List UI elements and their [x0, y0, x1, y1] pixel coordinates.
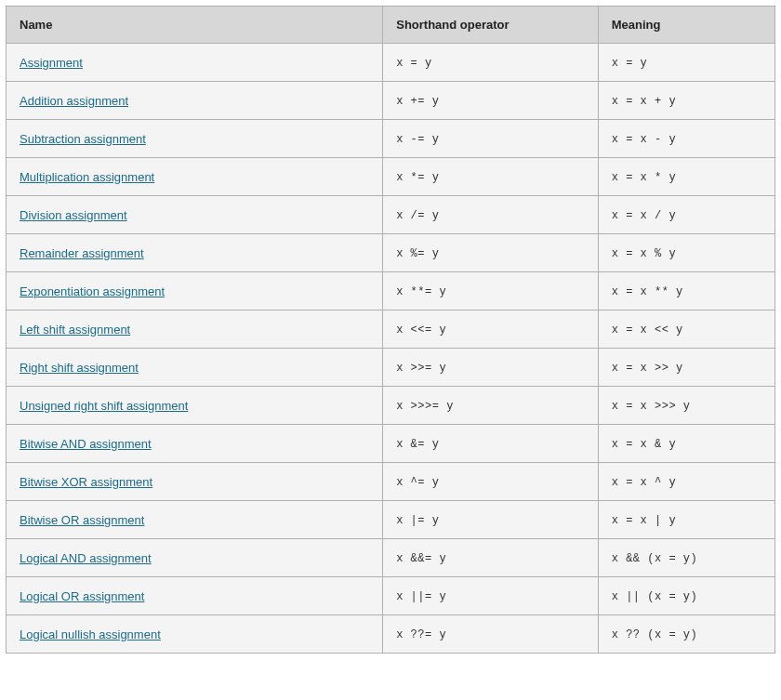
cell-shorthand: x -= y — [383, 120, 599, 158]
meaning-code: x = x * y — [612, 171, 676, 184]
cell-shorthand: x &= y — [383, 425, 599, 463]
shorthand-code: x -= y — [396, 133, 439, 146]
cell-meaning: x ?? (x = y) — [598, 615, 774, 654]
table-row: Multiplication assignmentx *= yx = x * y — [7, 158, 775, 196]
operator-link[interactable]: Left shift assignment — [20, 323, 130, 337]
shorthand-code: x += y — [396, 95, 439, 108]
meaning-code: x = x >>> y — [612, 400, 691, 413]
cell-meaning: x = x >> y — [598, 349, 774, 387]
table-row: Exponentiation assignmentx **= yx = x **… — [7, 272, 775, 310]
meaning-code: x = x / y — [612, 209, 676, 222]
cell-name: Logical AND assignment — [7, 539, 383, 577]
cell-meaning: x = x + y — [598, 82, 774, 120]
shorthand-code: x &&= y — [396, 552, 446, 565]
table-row: Unsigned right shift assignmentx >>>= yx… — [7, 387, 775, 425]
shorthand-code: x >>>= y — [396, 400, 454, 413]
cell-name: Bitwise OR assignment — [7, 501, 383, 539]
shorthand-code: x ^= y — [396, 476, 439, 489]
shorthand-code: x **= y — [396, 285, 446, 298]
shorthand-code: x *= y — [396, 171, 439, 184]
table-row: Bitwise XOR assignmentx ^= yx = x ^ y — [7, 463, 775, 501]
cell-shorthand: x |= y — [383, 501, 599, 539]
cell-meaning: x = x % y — [598, 234, 774, 272]
shorthand-code: x ??= y — [396, 628, 446, 641]
operator-link[interactable]: Logical nullish assignment — [20, 627, 161, 641]
cell-meaning: x = x >>> y — [598, 387, 774, 425]
header-name: Name — [7, 7, 383, 44]
operator-link[interactable]: Multiplication assignment — [20, 170, 154, 184]
operator-link[interactable]: Logical AND assignment — [20, 551, 152, 565]
cell-meaning: x = x << y — [598, 310, 774, 349]
meaning-code: x = x << y — [612, 324, 683, 337]
cell-name: Unsigned right shift assignment — [7, 387, 383, 425]
operator-link[interactable]: Logical OR assignment — [20, 589, 144, 603]
shorthand-code: x <<= y — [396, 324, 446, 337]
cell-shorthand: x <<= y — [383, 310, 599, 349]
shorthand-code: x >>= y — [396, 362, 446, 375]
table-row: Addition assignmentx += yx = x + y — [7, 82, 775, 120]
cell-name: Subtraction assignment — [7, 120, 383, 158]
cell-name: Right shift assignment — [7, 349, 383, 387]
table-header-row: Name Shorthand operator Meaning — [7, 7, 775, 44]
operator-link[interactable]: Assignment — [20, 56, 83, 70]
operator-link[interactable]: Bitwise AND assignment — [20, 437, 152, 451]
table-row: Subtraction assignmentx -= yx = x - y — [7, 120, 775, 158]
meaning-code: x = x ** y — [612, 285, 683, 298]
meaning-code: x = x % y — [612, 247, 676, 260]
cell-meaning: x = y — [598, 44, 774, 82]
cell-shorthand: x *= y — [383, 158, 599, 196]
cell-name: Exponentiation assignment — [7, 272, 383, 310]
meaning-code: x || (x = y) — [612, 590, 697, 603]
meaning-code: x = x >> y — [612, 362, 683, 375]
operator-link[interactable]: Exponentiation assignment — [20, 284, 165, 298]
table-row: Remainder assignmentx %= yx = x % y — [7, 234, 775, 272]
operator-link[interactable]: Remainder assignment — [20, 246, 144, 260]
cell-shorthand: x %= y — [383, 234, 599, 272]
cell-shorthand: x /= y — [383, 196, 599, 234]
meaning-code: x = x - y — [612, 133, 676, 146]
cell-name: Logical nullish assignment — [7, 615, 383, 654]
cell-name: Division assignment — [7, 196, 383, 234]
table-row: Bitwise OR assignmentx |= yx = x | y — [7, 501, 775, 539]
cell-shorthand: x ??= y — [383, 615, 599, 654]
operator-link[interactable]: Right shift assignment — [20, 361, 139, 375]
cell-meaning: x = x ^ y — [598, 463, 774, 501]
meaning-code: x = x ^ y — [612, 476, 676, 489]
cell-shorthand: x ^= y — [383, 463, 599, 501]
meaning-code: x = x + y — [612, 95, 676, 108]
cell-name: Logical OR assignment — [7, 577, 383, 615]
table-row: Right shift assignmentx >>= yx = x >> y — [7, 349, 775, 387]
assignment-operators-table: Name Shorthand operator Meaning Assignme… — [6, 6, 775, 654]
operator-link[interactable]: Unsigned right shift assignment — [20, 399, 188, 413]
cell-shorthand: x ||= y — [383, 577, 599, 615]
meaning-code: x = y — [612, 57, 648, 70]
cell-shorthand: x = y — [383, 44, 599, 82]
operator-link[interactable]: Division assignment — [20, 208, 127, 222]
meaning-code: x = x | y — [612, 514, 676, 527]
meaning-code: x ?? (x = y) — [612, 628, 697, 641]
shorthand-code: x %= y — [396, 247, 439, 260]
cell-meaning: x && (x = y) — [598, 539, 774, 577]
operator-link[interactable]: Subtraction assignment — [20, 132, 146, 146]
shorthand-code: x |= y — [396, 514, 439, 527]
cell-name: Remainder assignment — [7, 234, 383, 272]
table-row: Logical nullish assignmentx ??= yx ?? (x… — [7, 615, 775, 654]
cell-name: Bitwise XOR assignment — [7, 463, 383, 501]
cell-name: Addition assignment — [7, 82, 383, 120]
cell-name: Multiplication assignment — [7, 158, 383, 196]
cell-name: Left shift assignment — [7, 310, 383, 349]
cell-shorthand: x += y — [383, 82, 599, 120]
cell-meaning: x = x | y — [598, 501, 774, 539]
operator-link[interactable]: Addition assignment — [20, 94, 128, 108]
table-row: Logical OR assignmentx ||= yx || (x = y) — [7, 577, 775, 615]
operator-link[interactable]: Bitwise OR assignment — [20, 513, 144, 527]
operator-link[interactable]: Bitwise XOR assignment — [20, 475, 152, 489]
shorthand-code: x ||= y — [396, 590, 446, 603]
table-row: Left shift assignmentx <<= yx = x << y — [7, 310, 775, 349]
cell-name: Assignment — [7, 44, 383, 82]
cell-meaning: x = x / y — [598, 196, 774, 234]
shorthand-code: x = y — [396, 57, 432, 70]
table-row: Logical AND assignmentx &&= yx && (x = y… — [7, 539, 775, 577]
cell-shorthand: x **= y — [383, 272, 599, 310]
table-row: Division assignmentx /= yx = x / y — [7, 196, 775, 234]
